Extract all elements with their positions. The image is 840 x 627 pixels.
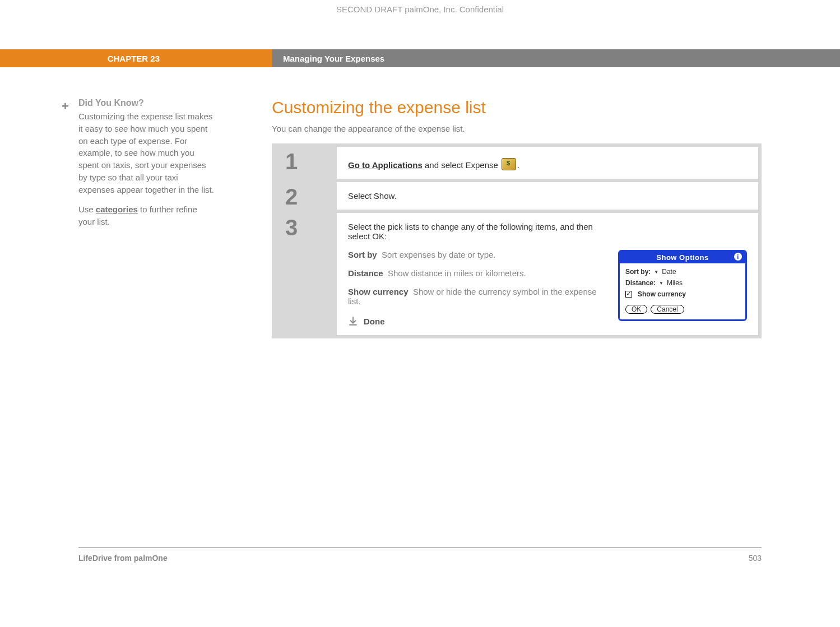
steps-container: 1 Go to Applications and select Expense … <box>272 143 762 338</box>
step-3: 3 Select the pick lists to change any of… <box>275 213 758 335</box>
option-desc: Show distance in miles or kilometers. <box>388 268 526 278</box>
dialog-title: Show Options i <box>620 252 745 263</box>
done-label: Done <box>364 317 385 326</box>
page-footer: LifeDrive from palmOne 503 <box>78 547 762 563</box>
footer-product-name: LifeDrive from palmOne <box>78 554 168 563</box>
dialog-body: Sort by: ▼ Date Distance: ▼ Miles <box>620 263 745 319</box>
step-body: Go to Applications and select Expense . <box>337 147 758 179</box>
sidebar: + Did You Know? Customizing the expense … <box>0 98 272 338</box>
main-content: Customizing the expense list You can cha… <box>272 98 840 338</box>
done-arrow-icon <box>348 316 358 326</box>
dialog-title-text: Show Options <box>656 253 708 262</box>
did-you-know-title: Did You Know? <box>78 98 216 108</box>
step3-intro: Select the pick lists to change any of t… <box>348 222 601 241</box>
dyk-pre: Use <box>78 205 96 214</box>
info-icon[interactable]: i <box>734 253 742 261</box>
expense-icon <box>502 158 516 170</box>
distance-label: Distance: <box>625 279 656 287</box>
confidential-watermark: SECOND DRAFT palmOne, Inc. Confidential <box>0 4 840 14</box>
checkbox-icon[interactable] <box>625 291 632 298</box>
section-subtitle: You can change the appearance of the exp… <box>272 124 762 133</box>
showcurrency-label: Show currency <box>638 290 686 298</box>
did-you-know-body2: Use categories to further refine your li… <box>78 203 216 228</box>
show-options-dialog: Show Options i Sort by: ▼ Date Distance: <box>618 250 747 321</box>
option-label: Show currency <box>348 287 409 296</box>
step1-tail: . <box>517 160 519 170</box>
step-number: 2 <box>275 182 337 210</box>
chapter-label: CHAPTER 23 <box>0 49 272 67</box>
sortby-label: Sort by: <box>625 268 651 276</box>
did-you-know-box: + Did You Know? Customizing the expense … <box>78 98 216 228</box>
distance-value[interactable]: Miles <box>667 279 683 287</box>
sortby-value[interactable]: Date <box>662 268 676 276</box>
did-you-know-body: Customizing the expense list makes it ea… <box>78 110 216 196</box>
option-sortby: Sort by Sort expenses by date or type. <box>348 250 601 259</box>
page-number: 503 <box>749 554 762 563</box>
option-desc: Sort expenses by date or type. <box>382 250 495 259</box>
sortby-row: Sort by: ▼ Date <box>625 268 740 276</box>
step-body: Select the pick lists to change any of t… <box>337 213 758 335</box>
done-row: Done <box>348 316 601 326</box>
dropdown-icon[interactable]: ▼ <box>654 270 658 275</box>
option-label: Distance <box>348 268 383 278</box>
step2-text: Select Show. <box>348 191 747 201</box>
step-number: 1 <box>275 147 337 179</box>
cancel-button[interactable]: Cancel <box>651 305 684 314</box>
dropdown-icon[interactable]: ▼ <box>659 281 663 286</box>
section-title: Customizing the expense list <box>272 98 762 117</box>
option-showcurrency: Show currency Show or hide the currency … <box>348 287 601 306</box>
dialog-button-row: OK Cancel <box>625 305 740 314</box>
content-area: + Did You Know? Customizing the expense … <box>0 98 840 338</box>
distance-row: Distance: ▼ Miles <box>625 279 740 287</box>
step-1: 1 Go to Applications and select Expense … <box>275 147 758 179</box>
option-distance: Distance Show distance in miles or kilom… <box>348 268 601 278</box>
ok-button[interactable]: OK <box>625 305 647 314</box>
step-2: 2 Select Show. <box>275 182 758 210</box>
go-to-applications-link[interactable]: Go to Applications <box>348 160 423 170</box>
showcurrency-row: Show currency <box>625 290 740 298</box>
option-label: Sort by <box>348 250 377 259</box>
plus-icon: + <box>62 99 69 114</box>
step1-text: and select Expense <box>423 160 500 170</box>
categories-link[interactable]: categories <box>96 205 138 214</box>
step-body: Select Show. <box>337 182 758 210</box>
header-bar: CHAPTER 23 Managing Your Expenses <box>0 49 840 67</box>
step-number: 3 <box>275 213 337 335</box>
step3-text-column: Select the pick lists to change any of t… <box>348 222 601 326</box>
chapter-title: Managing Your Expenses <box>272 49 840 67</box>
